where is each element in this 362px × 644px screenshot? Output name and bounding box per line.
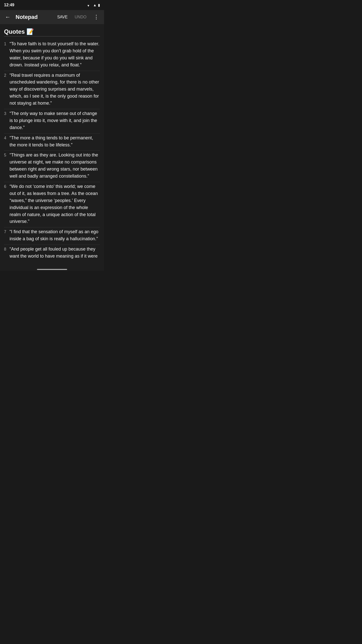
- quote-text: “To have faith is to trust yourself to t…: [10, 41, 100, 69]
- quote-number: 2: [4, 72, 9, 107]
- list-item: 1“To have faith is to trust yourself to …: [4, 41, 100, 71]
- quote-number: 5: [4, 152, 9, 180]
- home-bar: [37, 269, 67, 270]
- editor-area[interactable]: Quotes 📝 1“To have faith is to trust you…: [0, 24, 104, 267]
- quote-text: “The more a thing tends to be permanent,…: [10, 135, 100, 149]
- quote-text: “I find that the sensation of myself as …: [10, 228, 100, 243]
- toolbar-title: Notepad: [16, 14, 52, 20]
- status-icons: ▾ ▲ ▮: [87, 3, 100, 7]
- home-indicator: [0, 267, 104, 271]
- signal-icon: ▲: [93, 3, 97, 7]
- list-item: 5“Things are as they are. Looking out in…: [4, 152, 100, 182]
- quote-number: 7: [4, 229, 9, 243]
- back-button[interactable]: ←: [3, 12, 13, 22]
- wifi-icon: ▾: [87, 4, 92, 7]
- list-item: 6“We do not ‘come into’ this world; we c…: [4, 183, 100, 227]
- quote-number: 1: [4, 41, 9, 69]
- list-item: 2“Real travel requires a maximum of unsc…: [4, 72, 100, 109]
- status-bar: 12:49 ▾ ▲ ▮: [0, 0, 104, 10]
- quote-text: “We do not ‘come into’ this world; we co…: [10, 183, 100, 225]
- title-divider: [4, 36, 100, 36]
- quote-text: “And people get all fouled up because th…: [10, 246, 100, 260]
- toolbar: ← Notepad SAVE UNDO ⋮: [0, 10, 104, 24]
- list-item: 7“I find that the sensation of myself as…: [4, 228, 100, 245]
- note-title: Quotes 📝: [4, 28, 100, 35]
- quotes-list: 1“To have faith is to trust yourself to …: [4, 41, 100, 262]
- quote-text: “Things are as they are. Looking out int…: [10, 152, 100, 180]
- quote-number: 3: [4, 111, 9, 131]
- list-item: 3“The only way to make sense out of chan…: [4, 110, 100, 134]
- quote-number: 6: [4, 184, 9, 225]
- list-item: 8“And people get all fouled up because t…: [4, 246, 100, 262]
- more-options-button[interactable]: ⋮: [92, 12, 101, 22]
- status-time: 12:49: [4, 3, 14, 7]
- save-button[interactable]: SAVE: [55, 13, 70, 21]
- undo-button[interactable]: UNDO: [73, 13, 88, 21]
- battery-icon: ▮: [98, 3, 100, 7]
- quote-number: 4: [4, 135, 9, 149]
- list-item: 4“The more a thing tends to be permanent…: [4, 135, 100, 151]
- quote-text: “The only way to make sense out of chang…: [10, 110, 100, 131]
- quote-text: “Real travel requires a maximum of unsch…: [10, 72, 100, 107]
- quote-number: 8: [4, 246, 9, 260]
